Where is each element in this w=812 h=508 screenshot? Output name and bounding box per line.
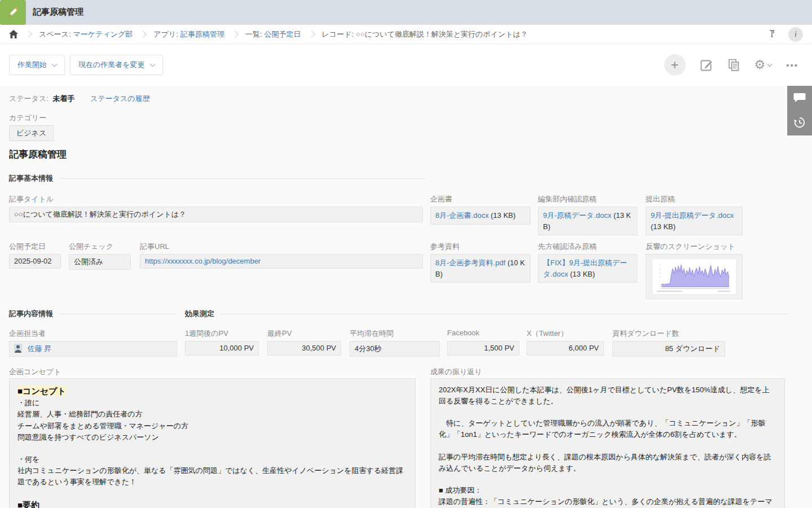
owner-field: 佐藤 昇 [9,341,177,357]
review-paragraph: 課題の普遍性：「コミュニケーションの形骸化」という、多くの企業が抱える普遍的な課… [439,496,776,508]
plan-doc-link[interactable]: 8月-企画書.docx [435,211,489,220]
category-tag: ビジネス [9,125,54,141]
review-paragraph: 特に、ターゲットとしていた管理職層からの流入が顕著であり、「コミュニケーション」… [439,418,776,440]
status-value: 未着手 [52,94,74,103]
status-row: ステータス: 未着手 ステータスの履歴 [9,94,150,104]
pv-final-field[interactable]: 30,500 PV [267,341,341,356]
plan-doc-size: (13 KB) [491,211,515,220]
submitted-doc-label: 提出原稿 [646,194,675,204]
pv-final-label: 最終PV [267,329,292,339]
info-icon[interactable]: i [788,27,803,42]
add-record-button[interactable]: + [664,54,686,76]
home-icon[interactable] [9,30,18,38]
gear-icon: ⚙ [754,59,766,71]
concept-textarea[interactable]: ■コンセプト ・誰に 経営層、人事・総務部門の責任者の方 チームや部署をまとめる… [9,378,416,508]
pin-icon[interactable] [768,30,776,39]
chevron-down-icon [767,62,772,67]
article-url-link[interactable]: https://xxxxxxx.co.jp/blog/december [145,257,261,265]
status-history-link[interactable]: ステータスの履歴 [90,94,150,103]
breadcrumb-separator [308,30,315,38]
article-url-label: 記事URL [140,242,169,252]
record-toolbar: 作業開始 現在の作業者を変更 + ⚙ ••• [0,44,812,86]
app-icon[interactable] [0,0,26,25]
status-label: ステータス: [9,94,48,103]
settings-button[interactable]: ⚙ [754,59,772,71]
review-paragraph: 記事の平均滞在時間も想定より長く、課題の根本原因から具体的な解決策まで、読者が深… [439,452,776,474]
copy-record-button[interactable] [728,59,740,72]
concept-line: チームや部署をまとめる管理職・マネージャーの方 [17,421,407,432]
section-divider [60,178,426,179]
comments-icon[interactable] [793,93,806,103]
section-basic-info: 記事基本情報 [9,173,426,183]
publish-date-label: 公開予定日 [9,242,46,252]
analytics-thumbnail [652,259,736,295]
breadcrumb-view-prefix: 一覧: [245,29,262,40]
plus-icon: + [670,57,678,73]
pv-week-label: 1週間後のPV [185,329,228,339]
reference-doc-label: 参考資料 [430,242,460,252]
avg-time-field[interactable]: 4分30秒 [350,341,440,357]
breadcrumb-space-link[interactable]: マーケティング部 [73,29,133,40]
concept-line: 問題意識を持つすべてのビジネスパーソン [17,432,407,443]
concept-line: 社内コミュニケーションの形骸化が、単なる「雰囲気の問題」ではなく、生産性やイノベ… [17,465,407,488]
section-divider [60,314,176,314]
start-work-button[interactable]: 作業開始 [9,55,65,75]
pv-week-field[interactable]: 10,000 PV [185,341,259,356]
fixed-doc-file: 【FIX】9月-提出原稿データ.docx (13 KB) [538,254,637,283]
breadcrumb-separator [231,30,239,38]
category-label: カテゴリー [9,113,46,123]
app-title: 記事原稿管理 [33,7,83,17]
internal-doc-link[interactable]: 9月-原稿データ.docx [543,211,611,220]
downloads-label: 資料ダウンロード数 [612,329,679,339]
record-detail: ステータス: 未着手 ステータスの履歴 カテゴリー ビジネス 記事原稿管理 記事… [0,86,812,508]
publish-date-field[interactable]: 2025-09-02 [9,254,61,269]
internal-doc-label: 編集部内確認原稿 [538,194,597,204]
app-header-band: 記事原稿管理 [0,0,812,25]
reference-doc-link[interactable]: 8月-企画参考資料.pdf [435,259,505,267]
avg-time-label: 平均滞在時間 [350,329,394,339]
downloads-field[interactable]: 85 ダウンロード [612,341,725,357]
concept-line: ・何を [17,454,407,465]
article-title-field[interactable]: ○○について徹底解説！解決策と実行のポイントは？ [9,207,423,222]
breadcrumb-separator [139,30,147,38]
breadcrumb-space-prefix: スペース: [39,29,71,40]
screenshot-attachment[interactable] [646,254,743,299]
review-success-heading: ■ 成功要因： [439,485,776,496]
breadcrumb-separator [25,30,32,38]
record-side-panel [787,86,812,135]
internal-doc-file: 9月-原稿データ.docx (13 KB) [538,207,637,235]
pencil-icon [6,5,20,20]
plan-doc-file: 8月-企画書.docx (13 KB) [430,207,531,225]
owner-user-link[interactable]: 佐藤 昇 [28,344,52,353]
section-divider [221,314,789,314]
review-textarea[interactable]: 202X年X月XX日に公開した本記事は、公開後1ヶ月で目標としていたPV数を15… [430,378,785,508]
record-heading: 記事原稿管理 [9,148,67,161]
edit-icon [700,59,713,72]
breadcrumb-app-prefix: アプリ: [153,29,178,40]
submitted-doc-file: 9月-提出原稿データ.docx (13 KB) [646,207,743,235]
change-assignee-label: 現在の作業者を変更 [78,60,145,70]
concept-label: 企画コンセプト [9,367,61,377]
concept-heading: ■コンセプト [17,386,66,396]
section-metrics-label: 効果測定 [185,309,214,319]
breadcrumb-app-link[interactable]: 記事原稿管理 [180,29,224,40]
twitter-field[interactable]: 6,000 PV [527,341,604,356]
concept-summary-heading: ■要約 [17,498,407,508]
change-history-icon[interactable] [793,116,806,129]
edit-record-button[interactable] [700,59,713,72]
publish-check-field[interactable]: 公開済み [69,254,131,270]
submitted-doc-size: (13 KB) [651,222,676,231]
user-avatar-icon [14,344,22,353]
facebook-field[interactable]: 1,500 PV [447,341,519,356]
section-content-info: 記事内容情報 [9,309,176,319]
breadcrumb-view-link[interactable]: 公開予定日 [264,29,301,40]
more-options-button[interactable]: ••• [786,60,798,70]
breadcrumb: スペース: マーケティング部 アプリ: 記事原稿管理 一覧: 公開予定日 レコー… [0,25,812,44]
article-url-field[interactable]: https://xxxxxxx.co.jp/blog/december [140,254,423,269]
start-work-label: 作業開始 [17,60,47,70]
concept-line: 経営層、人事・総務部門の責任者の方 [17,409,407,420]
review-label: 成果の振り返り [430,367,482,377]
change-assignee-button[interactable]: 現在の作業者を変更 [70,55,163,75]
submitted-doc-link[interactable]: 9月-提出原稿データ.docx [651,211,734,220]
fixed-doc-size: (13 KB) [570,270,595,278]
